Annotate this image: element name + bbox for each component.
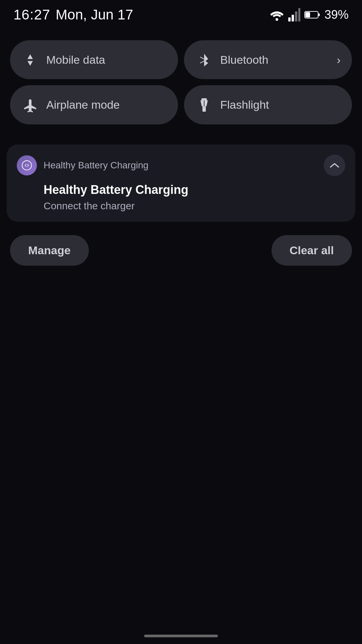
- notification-app-icon: [17, 155, 37, 175]
- tile-flashlight[interactable]: Flashlight: [184, 85, 352, 124]
- svg-rect-6: [305, 12, 310, 17]
- clear-all-button[interactable]: Clear all: [272, 235, 352, 266]
- flashlight-icon: [196, 97, 212, 113]
- bottom-buttons: Manage Clear all: [0, 222, 362, 279]
- tile-bluetooth[interactable]: Bluetooth ›: [184, 40, 352, 79]
- tile-flashlight-label: Flashlight: [220, 98, 269, 111]
- status-date: Mon, Jun 17: [56, 7, 133, 23]
- notification-body: Connect the charger: [17, 200, 345, 212]
- signal-icon: [288, 8, 300, 21]
- notification-header-left: Healthy Battery Charging: [17, 155, 148, 175]
- svg-line-9: [200, 61, 204, 63]
- svg-rect-11: [202, 106, 206, 112]
- mobile-data-icon: [22, 52, 38, 68]
- svg-point-0: [276, 18, 278, 21]
- bluetooth-icon: [196, 52, 212, 68]
- bluetooth-arrow-icon: ›: [337, 53, 341, 66]
- status-bar: 16:27 Mon, Jun 17 39%: [0, 0, 362, 27]
- svg-point-14: [26, 164, 28, 166]
- notification-expand-button[interactable]: [324, 155, 345, 176]
- quick-settings-grid: Mobile data Bluetooth › Airplane mode: [0, 27, 362, 131]
- svg-rect-4: [298, 8, 300, 21]
- battery-percentage: 39%: [324, 8, 349, 22]
- notification-title: Healthy Battery Charging: [17, 183, 345, 197]
- battery-icon: [304, 10, 320, 19]
- notification-app-name: Healthy Battery Charging: [44, 160, 148, 171]
- tile-mobile-data-label: Mobile data: [46, 53, 105, 66]
- svg-rect-2: [292, 15, 294, 21]
- tile-airplane-mode[interactable]: Airplane mode: [10, 85, 178, 124]
- tile-airplane-label: Airplane mode: [46, 98, 120, 111]
- tile-mobile-data[interactable]: Mobile data: [10, 40, 178, 79]
- svg-line-8: [200, 57, 204, 59]
- status-icons: 39%: [269, 8, 349, 22]
- notification-card: Healthy Battery Charging Healthy Battery…: [7, 145, 355, 222]
- home-indicator: [144, 635, 218, 637]
- status-time: 16:27: [13, 7, 50, 23]
- svg-rect-7: [318, 13, 320, 16]
- svg-rect-3: [295, 11, 297, 21]
- wifi-icon: [269, 9, 284, 21]
- notification-header: Healthy Battery Charging: [17, 155, 345, 176]
- manage-button[interactable]: Manage: [10, 235, 89, 266]
- svg-rect-1: [288, 17, 291, 21]
- tile-bluetooth-label: Bluetooth: [220, 53, 268, 66]
- svg-rect-10: [201, 98, 207, 100]
- airplane-icon: [22, 97, 38, 113]
